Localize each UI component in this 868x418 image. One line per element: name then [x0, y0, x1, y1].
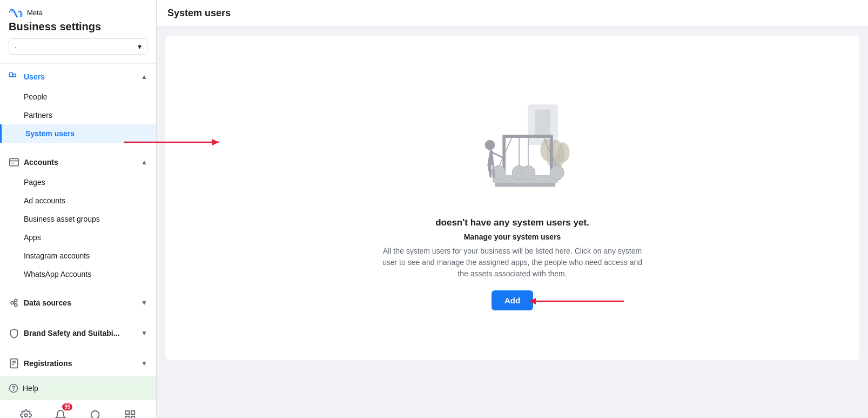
data-sources-title: Data sources — [24, 298, 71, 307]
accounts-chevron-icon: ▲ — [141, 158, 147, 166]
svg-rect-22 — [495, 183, 555, 187]
settings-icon — [20, 409, 32, 418]
svg-point-8 — [14, 390, 14, 390]
svg-rect-23 — [502, 135, 553, 138]
chevron-down-icon: ▾ — [138, 42, 142, 51]
registrations-section: Registrations ▼ — [0, 350, 156, 376]
sidebar: Meta Business settings · ▾ Users ▲ Peopl… — [0, 0, 157, 418]
sidebar-item-people[interactable]: People — [0, 88, 156, 106]
users-section-header[interactable]: Users ▲ — [0, 66, 156, 88]
registrations-chevron-icon: ▼ — [141, 360, 147, 367]
svg-point-33 — [550, 165, 564, 180]
empty-state-title: doesn't have any system users yet. — [435, 217, 589, 228]
users-chevron-icon: ▲ — [141, 73, 147, 81]
users-section: Users ▲ People Partners System users — [0, 64, 156, 145]
sidebar-item-system-users[interactable]: System users — [0, 124, 156, 143]
brand-safety-title-row: Brand Safety and Suitabi... — [9, 328, 119, 339]
svg-point-34 — [485, 140, 495, 150]
meta-logo: Meta — [9, 8, 147, 17]
registrations-section-header[interactable]: Registrations ▼ — [0, 353, 156, 374]
sidebar-bottom: Help 99 — [0, 376, 156, 418]
settings-button[interactable] — [16, 406, 36, 418]
sidebar-item-business-asset-groups[interactable]: Business asset groups — [0, 210, 156, 228]
registrations-title-row: Registrations — [9, 358, 72, 369]
accounts-section-title: Accounts — [24, 158, 58, 167]
brand-safety-icon — [9, 328, 19, 339]
data-sources-section-header[interactable]: Data sources ▼ — [0, 292, 156, 314]
empty-state: doesn't have any system users yet. Manag… — [378, 85, 648, 310]
svg-point-31 — [521, 165, 535, 180]
users-section-title-row: Users — [9, 71, 45, 82]
meta-logo-text: Meta — [27, 9, 43, 17]
sidebar-item-pages[interactable]: Pages — [0, 173, 156, 191]
content-area: doesn't have any system users yet. Manag… — [157, 27, 868, 418]
page-header: System users — [157, 0, 868, 27]
add-button-arrow — [524, 293, 632, 309]
brand-safety-section-header[interactable]: Brand Safety and Suitabi... ▼ — [0, 322, 156, 344]
sidebar-item-whatsapp-accounts[interactable]: WhatsApp Accounts — [0, 265, 156, 283]
grid-button[interactable] — [120, 406, 140, 418]
accounts-section: Accounts ▲ Pages Ad accounts Business as… — [0, 149, 156, 286]
business-settings-title: Business settings — [9, 21, 147, 33]
search-icon — [90, 409, 102, 418]
data-sources-section: Data sources ▼ — [0, 290, 156, 316]
help-item[interactable]: Help — [0, 377, 156, 400]
svg-point-20 — [556, 142, 569, 162]
data-sources-chevron-icon: ▼ — [141, 299, 147, 307]
notification-badge: 99 — [62, 403, 72, 410]
grid-icon — [124, 409, 136, 418]
help-label: Help — [23, 384, 38, 393]
svg-rect-12 — [131, 411, 134, 414]
brand-safety-chevron-icon: ▼ — [141, 329, 147, 337]
accounts-icon — [9, 157, 19, 168]
data-sources-icon — [9, 297, 19, 308]
bottom-icons-bar: 99 — [0, 400, 156, 418]
brand-safety-section: Brand Safety and Suitabi... ▼ — [0, 320, 156, 346]
sidebar-item-apps[interactable]: Apps — [0, 228, 156, 247]
main-content: System users — [157, 0, 868, 418]
accounts-section-header[interactable]: Accounts ▲ — [0, 151, 156, 173]
sidebar-item-instagram-accounts[interactable]: Instagram accounts — [0, 247, 156, 265]
accounts-section-title-row: Accounts — [9, 157, 58, 168]
users-section-title: Users — [24, 72, 45, 81]
sidebar-header: Meta Business settings · ▾ — [0, 0, 156, 64]
registrations-title: Registrations — [24, 359, 72, 368]
illustration — [437, 85, 588, 204]
svg-point-3 — [11, 302, 14, 304]
svg-point-9 — [24, 414, 28, 417]
empty-state-subtitle: Manage your system users — [464, 233, 561, 241]
bell-icon — [55, 409, 66, 418]
empty-state-description: All the system users for your business w… — [378, 246, 648, 280]
page-title: System users — [167, 8, 857, 19]
users-icon — [9, 71, 19, 82]
svg-rect-2 — [10, 158, 19, 165]
svg-rect-11 — [126, 411, 129, 414]
content-panel: doesn't have any system users yet. Manag… — [165, 36, 859, 360]
svg-point-10 — [91, 411, 99, 418]
notifications-button[interactable]: 99 — [51, 406, 70, 418]
registrations-icon — [9, 358, 19, 369]
sidebar-item-ad-accounts[interactable]: Ad accounts — [0, 191, 156, 210]
svg-marker-36 — [529, 298, 536, 304]
search-button[interactable] — [86, 406, 105, 418]
brand-safety-title: Brand Safety and Suitabi... — [24, 329, 119, 337]
svg-rect-16 — [535, 110, 550, 135]
business-selector-text: · — [15, 43, 17, 51]
svg-rect-0 — [10, 73, 13, 77]
sidebar-item-partners[interactable]: Partners — [0, 106, 156, 124]
svg-point-19 — [540, 139, 555, 161]
business-selector[interactable]: · ▾ — [9, 38, 147, 55]
help-icon — [9, 383, 18, 393]
data-sources-title-row: Data sources — [9, 297, 71, 308]
meta-logo-icon — [9, 8, 24, 17]
